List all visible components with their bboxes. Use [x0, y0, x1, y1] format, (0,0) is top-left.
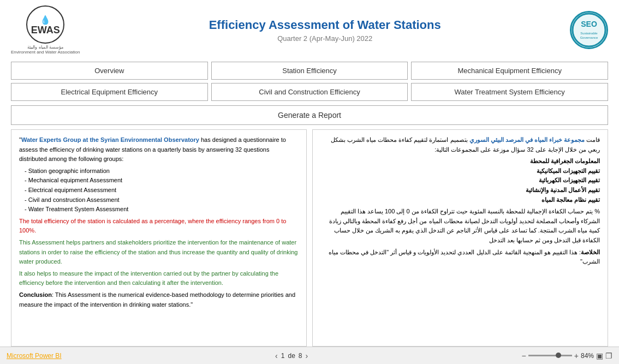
rtl-conclusion-label: الخلاصة	[581, 249, 600, 255]
page-subtitle: Quarter 2 (Apr-May-Jun) 2022	[80, 34, 570, 43]
ltr-list-2: - Mechanical equipment Assessment	[19, 176, 299, 186]
ltr-list-5: - Water Treatment System Assessment	[19, 205, 299, 214]
ltr-para3-text: This Assessment helps partners and stake…	[19, 239, 297, 265]
svg-text:SEO: SEO	[581, 20, 597, 28]
ltr-conclusion-label: Conclusion	[19, 291, 52, 298]
nav-station-efficiency[interactable]: Station Efficiency	[211, 62, 408, 80]
next-page-button[interactable]: ›	[306, 351, 308, 360]
ltr-list-1: - Station geographic information	[19, 166, 299, 176]
rtl-list-5: تقييم نظام معالجة المياه	[320, 195, 600, 205]
generate-btn-container: Generate a Report	[0, 105, 619, 129]
ltr-para4: It also helps to measure the impact of t…	[19, 269, 299, 288]
fullscreen-icon[interactable]: ❐	[605, 351, 612, 360]
nav-electrical-efficiency[interactable]: Electrical Equipment Efficiency	[11, 83, 208, 101]
nav-water-treatment-efficiency[interactable]: Water Treatment System Efficiency	[411, 83, 608, 101]
zoom-slider[interactable]	[528, 355, 572, 356]
ltr-conclusion-rest: : This Assessment is the numerical evide…	[19, 291, 295, 308]
svg-text:Governance: Governance	[580, 36, 598, 39]
ltr-para4-text: It also helps to measure the impact of t…	[19, 270, 278, 287]
ltr-para3: This Assessment helps partners and stake…	[19, 238, 299, 267]
rtl-intro-para: قامت مجموعة خبراء المياه في المرصد البيئ…	[320, 135, 600, 154]
rtl-highlight: مجموعة خبراء المياه في المرصد البيئي الس…	[469, 136, 585, 143]
zoom-controls: − + 84% ▣ ❐	[522, 351, 612, 360]
rtl-para2: % يتم حساب الكفاءة الإجمالية للمحطة بالن…	[320, 207, 600, 245]
rtl-list-1: المعلومات الجغرافية للمحطة	[320, 157, 600, 166]
content-area: "Water Experts Group at the Syrian Envir…	[0, 129, 619, 347]
header: 💧 EWAS مؤسسة المياه والبيئة Environment …	[0, 0, 619, 57]
nav-civil-efficiency[interactable]: Civil and Construction Efficiency	[211, 83, 408, 101]
prev-page-button[interactable]: ‹	[275, 351, 278, 360]
rtl-list-2: تقييم التجهيزات الميكانيكية	[320, 166, 600, 176]
ltr-intro-para: "Water Experts Group at the Syrian Envir…	[19, 135, 299, 164]
title-section: Efficiency Assessment of Water Stations …	[80, 18, 570, 43]
nav-overview[interactable]: Overview	[11, 62, 208, 80]
page-title: Efficiency Assessment of Water Stations	[80, 18, 570, 32]
rtl-conclusion-rest: : هذا التقييم هو المنهجية القائمة على ال…	[329, 249, 600, 265]
nav-mechanical-efficiency[interactable]: Mechanical Equipment Efficiency	[411, 62, 608, 80]
pagination: ‹ 1 de 8 ›	[275, 351, 308, 360]
fit-to-screen-icon[interactable]: ▣	[596, 351, 603, 360]
ltr-conclusion: Conclusion: This Assessment is the numer…	[19, 290, 299, 309]
powerbi-link[interactable]: Microsoft Power BI	[7, 352, 62, 360]
ewas-logo: 💧 EWAS مؤسسة المياه والبيئة Environment …	[11, 5, 80, 55]
page-separator: de	[288, 352, 295, 360]
ltr-para2-text: The total efficiency of the station is c…	[19, 218, 286, 234]
bottom-bar: Microsoft Power BI ‹ 1 de 8 › − + 84% ▣ …	[0, 347, 619, 364]
nav-grid: Overview Station Efficiency Mechanical E…	[0, 57, 619, 105]
page-total: 8	[299, 352, 302, 360]
content-ltr: "Water Experts Group at the Syrian Envir…	[11, 129, 307, 347]
ltr-para2: The total efficiency of the station is c…	[19, 217, 299, 236]
svg-text:Sustainable: Sustainable	[580, 32, 598, 35]
ltr-list-3: - Electrical equipment Assessment	[19, 186, 299, 195]
zoom-percentage: 84%	[581, 352, 594, 360]
svg-point-0	[573, 14, 605, 46]
zoom-in-button[interactable]: +	[574, 351, 579, 360]
rtl-conclusion: الخلاصة: هذا التقييم هو المنهجية القائمة…	[320, 248, 600, 267]
generate-report-button[interactable]: Generate a Report	[11, 105, 608, 125]
rtl-list-4: تقييم الأعمال المدنية والإنشائية	[320, 186, 600, 195]
ltr-list-4: - Civil and construction Assessment	[19, 195, 299, 205]
ltr-highlight: Water Experts Group at the Syrian Enviro…	[21, 136, 199, 143]
zoom-out-button[interactable]: −	[522, 351, 526, 360]
rtl-list-3: تقييم التجهيزات الكهربائية	[320, 176, 600, 186]
seo-logo: SEO Sustainable Governance	[570, 11, 608, 49]
content-rtl: قامت مجموعة خبراء المياه في المرصد البيئ…	[312, 129, 608, 347]
page-current: 1	[281, 352, 285, 360]
rtl-para1-prefix: قامت	[585, 136, 600, 143]
